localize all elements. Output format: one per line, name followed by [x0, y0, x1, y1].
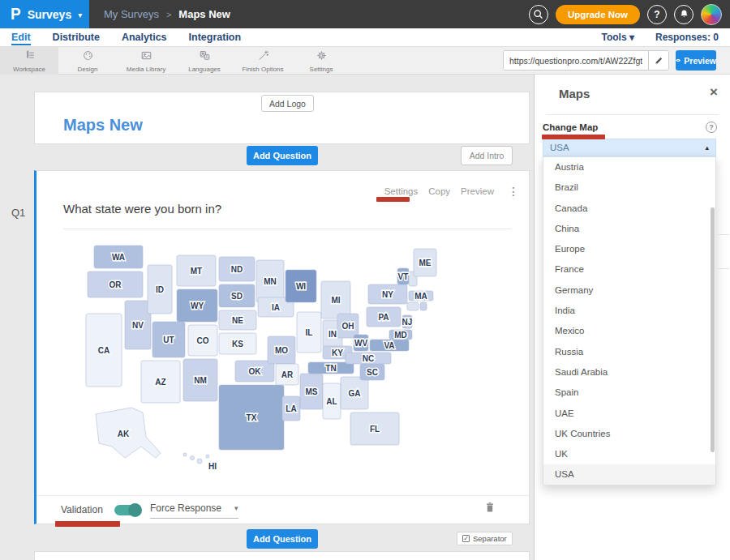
toolbar-item-settings[interactable]: Settings — [292, 47, 350, 75]
nav-tabs: EditDistributeAnalyticsIntegration — [11, 30, 241, 45]
help-icon[interactable]: ? — [647, 5, 667, 24]
maps-settings-panel: Maps × Change Map ? USA ▴ AustriaBrazilC… — [534, 75, 730, 560]
add-question-button-bottom[interactable]: Add Question — [247, 529, 318, 549]
product-switcher[interactable]: P Surveys ▾ — [0, 0, 89, 28]
svg-text:NE: NE — [232, 316, 243, 325]
toolbar-item-label: Finish Options — [242, 66, 283, 73]
tab-edit[interactable]: Edit — [11, 30, 31, 45]
toolbar-item-languages[interactable]: ALanguages — [175, 47, 234, 75]
map-option-uk[interactable]: UK — [543, 444, 715, 464]
svg-text:KS: KS — [232, 340, 243, 348]
design-icon — [82, 49, 94, 65]
tab-distribute[interactable]: Distribute — [53, 30, 100, 45]
svg-text:NV: NV — [132, 321, 144, 330]
map-option-germany[interactable]: Germany — [543, 280, 715, 301]
toolbar-item-label: Design — [78, 66, 98, 73]
state-ct[interactable] — [407, 302, 419, 310]
svg-text:LA: LA — [286, 404, 296, 413]
map-option-spain[interactable]: Spain — [543, 383, 715, 403]
survey-url-input[interactable] — [504, 51, 648, 70]
svg-text:WI: WI — [296, 282, 306, 291]
toolbar-item-label: Workspace — [13, 66, 45, 73]
tools-menu[interactable]: Tools ▾ — [601, 32, 633, 43]
change-map-help-icon[interactable]: ? — [706, 122, 717, 133]
map-option-saudi-arabia[interactable]: Saudi Arabia — [543, 362, 715, 383]
upgrade-now-button[interactable]: Upgrade Now — [556, 5, 640, 24]
toolbar-item-media-library[interactable]: Media Library — [117, 47, 175, 75]
add-logo-button[interactable]: Add Logo — [261, 95, 314, 112]
toolbar-item-finish-options[interactable]: Finish Options — [234, 47, 292, 75]
svg-text:FL: FL — [370, 425, 380, 434]
delete-question-icon[interactable] — [483, 500, 500, 516]
panel-title: Maps — [559, 87, 590, 100]
hidden-panel-edge — [718, 234, 729, 235]
annotation-underline-change-map — [542, 135, 605, 139]
responses-count: Responses: 0 — [655, 32, 719, 43]
map-option-uae[interactable]: UAE — [543, 404, 715, 424]
question-text[interactable]: What state were you born in? — [63, 202, 221, 216]
svg-text:CA: CA — [98, 346, 110, 355]
eye-icon — [676, 57, 681, 64]
bell-icon[interactable] — [674, 5, 694, 24]
question-action-settings[interactable]: Settings — [384, 186, 419, 196]
state-hi[interactable] — [206, 455, 209, 458]
tab-analytics[interactable]: Analytics — [122, 30, 167, 45]
avatar[interactable] — [701, 4, 722, 25]
state-hi[interactable] — [191, 456, 195, 460]
question-action-copy[interactable]: Copy — [428, 186, 450, 196]
close-icon[interactable]: × — [710, 85, 718, 99]
map-select[interactable]: USA ▴ — [543, 139, 716, 156]
top-actions: Upgrade Now ? — [529, 4, 730, 25]
map-option-brazil[interactable]: Brazil — [543, 177, 715, 198]
map-option-mexico[interactable]: Mexico — [543, 321, 715, 341]
question-action-preview[interactable]: Preview — [461, 186, 494, 196]
svg-text:CO: CO — [197, 336, 209, 345]
kebab-menu-icon[interactable]: ⋮ — [508, 185, 519, 198]
force-response-dropdown[interactable]: Force Response ▾ — [150, 502, 238, 519]
svg-text:TX: TX — [247, 413, 257, 422]
chevron-down-icon: ▾ — [234, 504, 238, 512]
workspace-icon — [24, 49, 36, 65]
add-question-button-top[interactable]: Add Question — [247, 146, 318, 165]
state-hi[interactable] — [197, 459, 202, 464]
map-option-usa[interactable]: USA — [543, 464, 715, 485]
question-card: SettingsCopyPreview ⋮ What state were yo… — [34, 170, 530, 524]
svg-text:AK: AK — [118, 430, 130, 438]
toolbar-item-workspace[interactable]: Workspace — [0, 47, 58, 75]
svg-text:VT: VT — [398, 272, 409, 281]
map-option-uk-countries[interactable]: UK Countries — [543, 424, 715, 444]
editor-toolbar: WorkspaceDesignMedia LibraryALanguagesFi… — [0, 47, 730, 75]
state-ri[interactable] — [420, 302, 427, 310]
svg-text:NY: NY — [382, 290, 393, 299]
svg-text:SC: SC — [367, 368, 378, 377]
usa-map[interactable]: WAORCANVIDMTWYUTCOAZNMNDSDNEKSOKTXMNIAMO… — [81, 242, 450, 485]
map-option-canada[interactable]: Canada — [543, 199, 715, 219]
breadcrumb-my-surveys[interactable]: My Surveys — [104, 8, 159, 20]
validation-divider — [36, 495, 529, 496]
svg-text:HI: HI — [208, 462, 217, 471]
breadcrumb: My Surveys > Maps New — [104, 8, 230, 20]
svg-text:AR: AR — [281, 370, 294, 379]
map-option-europe[interactable]: Europe — [543, 239, 715, 259]
tab-integration[interactable]: Integration — [189, 30, 242, 45]
panel-divider — [546, 114, 719, 115]
map-option-france[interactable]: France — [543, 259, 715, 280]
search-icon[interactable] — [529, 5, 548, 24]
svg-text:IA: IA — [272, 303, 280, 312]
questionpro-survey-editor: P Surveys ▾ My Surveys > Maps New Upgrad… — [0, 0, 730, 560]
state-hi[interactable] — [183, 453, 187, 456]
toolbar-item-design[interactable]: Design — [58, 47, 117, 75]
map-option-china[interactable]: China — [543, 219, 715, 239]
dropdown-scrollbar[interactable] — [711, 207, 715, 452]
preview-button[interactable]: Preview — [676, 50, 716, 71]
survey-title[interactable]: Maps New — [63, 116, 143, 135]
add-intro-button[interactable]: Add Intro — [461, 146, 513, 165]
svg-text:AL: AL — [326, 397, 337, 406]
separator-toggle[interactable]: ✓ Separator — [457, 532, 513, 545]
edit-url-pencil-icon[interactable] — [648, 51, 668, 70]
validation-toggle[interactable] — [114, 505, 140, 515]
map-option-india[interactable]: India — [543, 301, 715, 321]
breadcrumb-survey-name: Maps New — [178, 8, 230, 20]
map-option-austria[interactable]: Austria — [543, 157, 715, 177]
map-option-russia[interactable]: Russia — [543, 342, 715, 362]
